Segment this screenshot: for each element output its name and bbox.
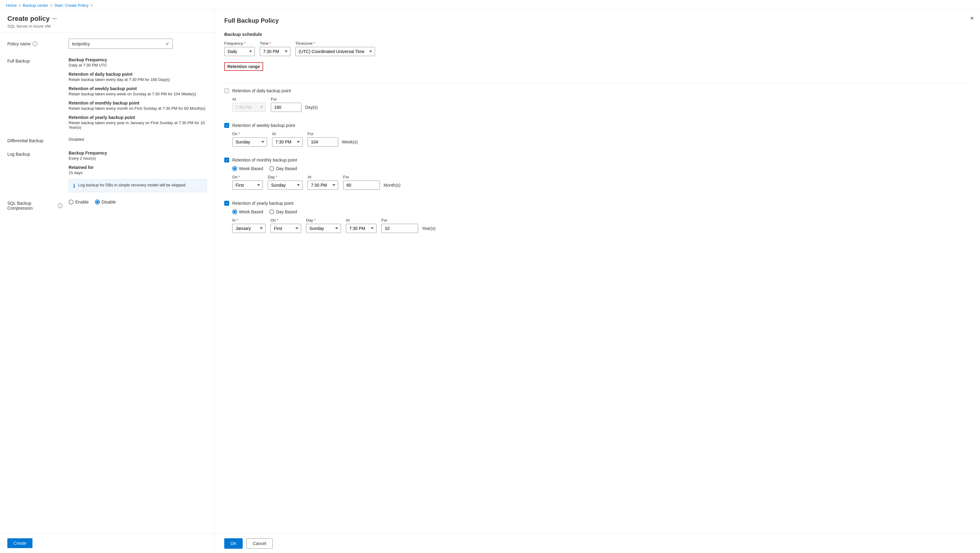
log-frequency-desc: Every 2 hour(s)	[68, 156, 207, 161]
yearly-retention-desc: Retain backup taken every year in Januar…	[68, 121, 207, 130]
log-info-icon: ℹ	[73, 183, 75, 189]
timezone-select[interactable]: (UTC) Coordinated Universal Time	[295, 47, 375, 56]
monthly-retention-title: Retention of monthly backup point	[68, 100, 207, 105]
compression-disable-label: Disable	[102, 199, 116, 204]
yearly-for-input[interactable]	[382, 224, 418, 233]
yearly-in-select[interactable]: January February March April May June Ju…	[232, 224, 266, 233]
right-panel-title: Full Backup Policy	[224, 17, 279, 24]
policy-name-info-icon[interactable]: i	[32, 41, 37, 46]
monthly-on-select[interactable]: First Second Third Fourth Last	[232, 180, 263, 190]
monthly-unit-label: Month(s)	[383, 183, 400, 188]
cancel-button[interactable]: Cancel	[246, 538, 273, 549]
daily-retention-title: Retention of daily backup point	[68, 72, 207, 76]
monthly-retention-checkbox[interactable]	[224, 158, 229, 163]
policy-name-label: Policy name i	[7, 41, 62, 46]
daily-retention-checkbox[interactable]	[224, 88, 229, 93]
monthly-week-based-label: Week Based	[239, 166, 263, 171]
weekly-on-select[interactable]: Sunday Monday Tuesday Wednesday Thursday…	[232, 137, 267, 147]
policy-name-input[interactable]: testpolicy ✓	[68, 38, 173, 49]
daily-for-input[interactable]	[271, 103, 301, 112]
breadcrumb-sep2: >	[50, 3, 52, 8]
monthly-day-based-option[interactable]: Day Based	[269, 166, 297, 171]
yearly-week-based-label: Week Based	[239, 209, 263, 214]
compression-enable-label: Enable	[75, 199, 89, 204]
breadcrumb: Home > Backup center > Start: Create Pol…	[0, 0, 980, 10]
monthly-on-label: On *	[232, 175, 263, 179]
more-options-icon[interactable]: ···	[52, 16, 57, 22]
yearly-day-based-radio[interactable]	[269, 209, 274, 214]
yearly-at-label: At	[346, 218, 377, 223]
yearly-retention-label: Retention of yearly backup point	[232, 201, 293, 206]
yearly-day-label: Day *	[306, 218, 341, 223]
monthly-day-select[interactable]: Sunday Monday Tuesday Wednesday Thursday…	[268, 180, 303, 190]
monthly-retention-label: Retention of monthly backup point	[232, 158, 297, 163]
yearly-on-label: On *	[270, 218, 301, 223]
differential-backup-label: Differential Backup	[7, 137, 62, 143]
weekly-on-label: On *	[232, 132, 267, 136]
weekly-retention-checkbox[interactable]	[224, 123, 229, 128]
compression-enable-option[interactable]: Enable	[68, 199, 89, 204]
ok-button[interactable]: OK	[224, 538, 243, 549]
time-select[interactable]: 7:30 PM	[260, 47, 290, 56]
page-subtitle: SQL Server in Azure VM	[7, 24, 207, 29]
yearly-at-select[interactable]: 7:30 PM	[346, 224, 377, 233]
daily-at-label: At	[232, 97, 266, 102]
create-button[interactable]: Create	[7, 538, 32, 548]
breadcrumb-home[interactable]: Home	[6, 3, 17, 8]
log-backup-label: Log Backup	[7, 150, 62, 157]
weekly-at-select[interactable]: 7:30 PM	[272, 137, 303, 147]
log-info-text: Log backup for DBs in simple recovery mo…	[78, 183, 186, 187]
weekly-for-label: For	[307, 132, 358, 136]
weekly-retention-desc: Retain backup taken every week on Sunday…	[68, 92, 207, 96]
breadcrumb-sep3: >	[91, 3, 93, 8]
yearly-retention-checkbox[interactable]	[224, 201, 229, 206]
close-button[interactable]: ×	[970, 15, 974, 22]
yearly-day-based-option[interactable]: Day Based	[269, 209, 297, 214]
weekly-retention-label: Retention of weekly backup point	[232, 123, 295, 128]
yearly-week-based-radio[interactable]	[232, 209, 237, 214]
yearly-day-select[interactable]: Sunday Monday Tuesday Wednesday Thursday…	[306, 224, 341, 233]
yearly-week-based-option[interactable]: Week Based	[232, 209, 263, 214]
breadcrumb-sep1: >	[19, 3, 21, 8]
full-backup-frequency-desc: Daily at 7:30 PM UTC	[68, 63, 207, 67]
monthly-day-label: Day *	[268, 175, 303, 179]
compression-disable-radio[interactable]	[95, 199, 100, 204]
monthly-for-input[interactable]	[343, 180, 380, 190]
yearly-for-label: For	[382, 218, 436, 223]
frequency-select[interactable]: Daily Weekly	[224, 47, 255, 56]
sql-compression-info-icon[interactable]: i	[58, 203, 63, 208]
monthly-week-based-radio[interactable]	[232, 166, 237, 171]
weekly-unit-label: Week(s)	[342, 139, 358, 144]
full-backup-label: Full Backup	[7, 57, 62, 64]
weekly-at-label: At	[272, 132, 303, 136]
log-retained-desc: 15 days	[68, 171, 207, 175]
weekly-for-input[interactable]	[307, 137, 338, 147]
monthly-day-based-radio[interactable]	[269, 166, 274, 171]
log-retained-title: Retained for	[68, 165, 207, 170]
monthly-week-based-option[interactable]: Week Based	[232, 166, 263, 171]
compression-enable-radio[interactable]	[68, 199, 73, 204]
daily-unit-label: Day(s)	[305, 105, 318, 110]
page-title: Create policy	[7, 15, 49, 23]
yearly-retention-title: Retention of yearly backup point	[68, 115, 207, 120]
daily-for-label: For	[271, 97, 318, 102]
compression-disable-option[interactable]: Disable	[95, 199, 116, 204]
sql-compression-label: SQL Backup Compression	[7, 201, 56, 210]
log-frequency-title: Backup Frequency	[68, 150, 207, 155]
time-label: Time *	[260, 41, 290, 46]
yearly-day-based-label: Day Based	[276, 209, 297, 214]
yearly-in-label: In *	[232, 218, 266, 223]
monthly-at-select[interactable]: 7:30 PM	[307, 180, 338, 190]
monthly-day-based-label: Day Based	[276, 166, 297, 171]
full-backup-frequency-title: Backup Frequency	[68, 57, 207, 62]
monthly-for-label: For	[343, 175, 400, 179]
breadcrumb-start-create[interactable]: Start: Create Policy	[54, 3, 89, 8]
breadcrumb-backup-center[interactable]: Backup center	[23, 3, 48, 8]
differential-backup-value: Disabled	[68, 137, 207, 142]
monthly-at-label: At	[307, 175, 338, 179]
daily-at-select[interactable]: 7:30 PM	[232, 103, 266, 112]
monthly-retention-desc: Retain backup taken every month on First…	[68, 106, 207, 111]
retention-range-label: Retention range	[224, 62, 263, 71]
yearly-on-select[interactable]: First Second Third Fourth Last	[270, 224, 301, 233]
yearly-unit-label: Year(s)	[422, 226, 436, 231]
